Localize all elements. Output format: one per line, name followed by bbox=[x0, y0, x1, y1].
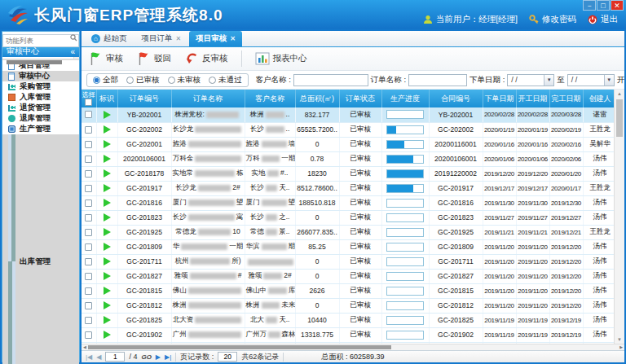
row-checkbox[interactable] bbox=[85, 302, 92, 309]
chevron-down-icon[interactable]: ▼ bbox=[604, 75, 614, 86]
scroll-thumb[interactable] bbox=[616, 99, 623, 137]
radio-已审核[interactable]: 已审核 bbox=[126, 75, 160, 86]
column-header-生产进度[interactable]: 生产进度 bbox=[381, 90, 429, 107]
maximize-button[interactable]: □ bbox=[597, 0, 610, 11]
table-row[interactable]: 20200106001万科金万科一期0.78已审核202001060012020… bbox=[82, 151, 617, 166]
scroll-left-icon[interactable]: ◀ bbox=[83, 344, 86, 350]
column-header-订单状态[interactable]: 订单状态 bbox=[339, 90, 381, 107]
table-row[interactable]: GC-202002长沙龙长沙..65525.7200..已审核GC-202002… bbox=[82, 122, 617, 137]
table-row[interactable]: GC-201711杭州所)0已审核GC-2017112019/11/202019… bbox=[82, 254, 617, 269]
horizontal-scrollbar[interactable]: ◀ ▶ bbox=[82, 344, 624, 350]
sidebar-item-入库管理[interactable]: 入库管理 bbox=[2, 92, 79, 103]
审核-button[interactable]: 审核 bbox=[88, 51, 123, 66]
sidebar-item-退库管理[interactable]: 退库管理 bbox=[2, 113, 79, 124]
first-page-button[interactable]: |◀ bbox=[86, 353, 92, 361]
table-row[interactable]: GC-201823长沙寓长沙之..0已审核GC-2018232019/11/27… bbox=[82, 210, 617, 225]
row-checkbox[interactable] bbox=[85, 273, 92, 280]
table-row[interactable]: GC-201812株洲株洲未来0已审核GC-2018122019/11/2020… bbox=[82, 298, 617, 313]
scroll-thumb[interactable] bbox=[88, 345, 391, 349]
column-header-下单日期[interactable]: 下单日期 bbox=[483, 90, 516, 107]
tree-hscrollbar[interactable] bbox=[2, 59, 79, 60]
page-size-input[interactable] bbox=[218, 352, 237, 362]
close-button[interactable]: ✕ bbox=[611, 0, 624, 11]
tab-项目审核[interactable]: 项目审核✕ bbox=[189, 31, 242, 46]
radio-全部[interactable]: 全部 bbox=[93, 75, 118, 86]
close-tab-icon[interactable]: ✕ bbox=[176, 35, 182, 42]
row-checkbox[interactable] bbox=[85, 126, 92, 134]
row-checkbox[interactable] bbox=[85, 200, 92, 207]
select-all-checkbox[interactable] bbox=[85, 99, 92, 106]
chevron-down-icon[interactable]: ▼ bbox=[544, 75, 553, 86]
scroll-down-icon[interactable]: ▼ bbox=[615, 335, 624, 344]
column-header-客户名称[interactable]: 客户名称 bbox=[245, 90, 295, 107]
collapse-icon[interactable]: « bbox=[70, 47, 75, 56]
table-row[interactable]: GC-201809华一期华滨期85.25已审核GC-2018092019/11/… bbox=[82, 239, 617, 254]
column-header-总面积(㎡)[interactable]: 总面积(㎡) bbox=[295, 90, 339, 107]
order-date-to-input[interactable]: / /▼ bbox=[567, 74, 615, 86]
row-checkbox[interactable] bbox=[85, 156, 92, 163]
sidebar-item-审核中心[interactable]: 审核中心 bbox=[2, 71, 79, 81]
scroll-up-icon[interactable]: ▲ bbox=[615, 90, 624, 98]
column-header-完工日期[interactable]: 完工日期 bbox=[549, 90, 583, 107]
column-header-创建人[interactable]: 创建人 bbox=[583, 90, 617, 107]
go-button[interactable]: GO bbox=[141, 353, 151, 361]
vertical-scrollbar[interactable]: ▲ ▼ bbox=[614, 90, 624, 344]
minimize-button[interactable]: － bbox=[583, 0, 596, 11]
customer-cell: 长沙.. bbox=[245, 122, 295, 137]
tab-起始页[interactable]: ⌂起始页 bbox=[85, 31, 134, 46]
报表中心-button[interactable]: 报表中心 bbox=[255, 51, 307, 66]
status-cell: 已审核 bbox=[339, 195, 381, 210]
function-search-input[interactable] bbox=[2, 34, 79, 47]
page-number-input[interactable] bbox=[105, 352, 125, 362]
row-checkbox[interactable] bbox=[85, 170, 92, 178]
table-row[interactable]: GC-202001旌港旌港墙0已审核202001160012020/01/162… bbox=[82, 137, 617, 151]
radio-未审核[interactable]: 未审核 bbox=[168, 75, 201, 86]
scroll-right-icon[interactable]: ▶ bbox=[619, 344, 623, 350]
table-row[interactable]: GC-201815佛山佛山中库2626已审核GC-2018152019/11/2… bbox=[82, 283, 617, 298]
sidebar-item-采购管理[interactable]: 采购管理 bbox=[2, 81, 79, 92]
row-checkbox[interactable] bbox=[85, 214, 92, 221]
column-header-开工日期[interactable]: 开工日期 bbox=[516, 90, 549, 107]
row-checkbox[interactable] bbox=[85, 185, 92, 192]
order-date-input[interactable]: / /▼ bbox=[507, 74, 554, 86]
table-row[interactable]: GC-2018178实地常栋实地#..18230已审核2019122000220… bbox=[82, 166, 617, 181]
row-checkbox[interactable] bbox=[85, 287, 92, 295]
row-checkbox[interactable] bbox=[85, 141, 92, 148]
close-tab-icon[interactable]: ✕ bbox=[230, 35, 236, 42]
table-row[interactable]: GC-201925常德龙10常德景..266077.835..已审核GC-201… bbox=[82, 225, 617, 239]
table-row[interactable]: GC-201827雅颂#雅颂2#0已审核GC-2018272019/11/202… bbox=[82, 269, 617, 283]
row-checkbox[interactable] bbox=[85, 243, 92, 251]
change-password-button[interactable]: 修改密码 bbox=[529, 14, 576, 25]
column-header-选择[interactable]: 选择 bbox=[82, 90, 96, 107]
row-checkbox[interactable] bbox=[85, 111, 92, 118]
sidebar-panel-header[interactable]: 审核中心 « bbox=[2, 46, 79, 57]
sidebar-item-出库管理[interactable]: 出库管理 bbox=[2, 134, 79, 364]
last-page-button[interactable]: ▶| bbox=[165, 353, 171, 361]
column-header-订单名称[interactable]: 订单名称 bbox=[171, 90, 245, 107]
row-checkbox[interactable] bbox=[85, 258, 92, 265]
sidebar-item-退货管理[interactable]: 退货管理 bbox=[2, 103, 79, 113]
radio-未通过[interactable]: 未通过 bbox=[209, 75, 242, 86]
table-row[interactable]: GC-201917长沙龙2#长沙天..8512.78600..已审核GC-201… bbox=[82, 181, 617, 195]
to-label: 至 bbox=[557, 75, 565, 86]
column-header-标识[interactable]: 标识 bbox=[96, 90, 117, 107]
驳回-button[interactable]: 驳回 bbox=[136, 51, 171, 66]
customer-name-input[interactable] bbox=[293, 74, 368, 86]
tab-项目订单[interactable]: 项目订单✕ bbox=[135, 31, 188, 46]
row-checkbox[interactable] bbox=[85, 317, 92, 324]
table-row[interactable]: GC-201902广州广州万森林13318.775已审核GC-201902201… bbox=[82, 327, 617, 342]
logout-button[interactable]: 退出 bbox=[588, 14, 618, 25]
table-row[interactable]: YB-202001株洲党校:株洲..832.177已审核YB-202001202… bbox=[82, 107, 617, 122]
column-header-合同编号[interactable]: 合同编号 bbox=[429, 90, 483, 107]
next-page-button[interactable]: ▶ bbox=[156, 353, 161, 361]
scroll-thumb[interactable] bbox=[7, 60, 62, 64]
order-name-input[interactable] bbox=[408, 74, 467, 86]
row-checkbox[interactable] bbox=[85, 331, 92, 339]
反审核-button[interactable]: 反审核 bbox=[184, 51, 228, 66]
table-row[interactable]: GC-201825北大资北大天..10440已审核GC-2018252019/1… bbox=[82, 313, 617, 327]
prev-page-button[interactable]: ◀ bbox=[96, 353, 101, 361]
table-row[interactable]: GC-201816厦门望厦门望188510.818已审核GC-201816201… bbox=[82, 195, 617, 210]
column-header-订单编号[interactable]: 订单编号 bbox=[117, 90, 171, 107]
row-checkbox[interactable] bbox=[85, 229, 92, 236]
sidebar-item-生产管理[interactable]: 生产管理 bbox=[2, 124, 79, 134]
